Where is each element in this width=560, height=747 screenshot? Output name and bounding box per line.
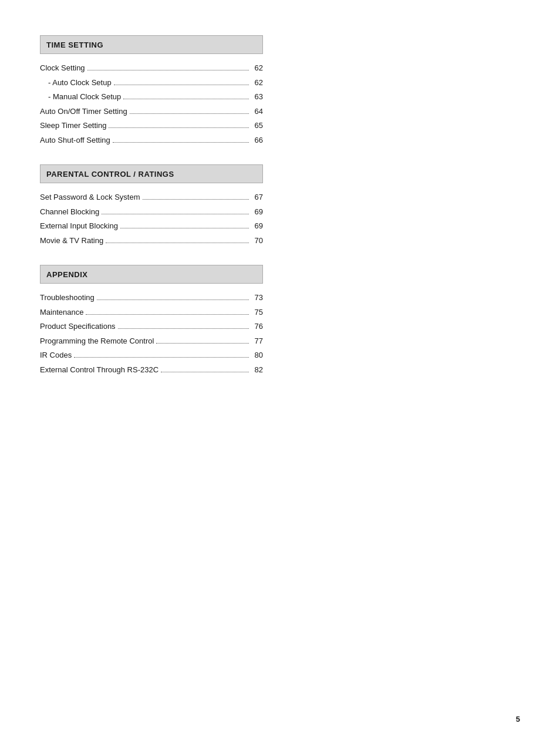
toc-entry: Clock Setting62 <box>40 62 263 74</box>
entry-page: 80 <box>251 349 263 361</box>
entry-dots <box>87 70 249 70</box>
entry-label: Movie & TV Rating <box>40 235 103 247</box>
sections-container: TIME SETTINGClock Setting62- Auto Clock … <box>40 35 520 375</box>
toc-entry: External Control Through RS-232C82 <box>40 364 263 376</box>
entry-label: Sleep Timer Setting <box>40 120 106 132</box>
entry-label: Troubleshooting <box>40 292 95 304</box>
entry-dots <box>102 214 249 214</box>
entry-label: IR Codes <box>40 349 72 361</box>
toc-entry: Troubleshooting73 <box>40 292 263 304</box>
toc-entry: Auto Shut-off Setting66 <box>40 134 263 146</box>
entry-page: 62 <box>251 62 263 74</box>
entry-page: 65 <box>251 120 263 132</box>
entry-dots <box>143 199 249 200</box>
section-header-time-setting: TIME SETTING <box>40 35 263 54</box>
entry-dots <box>86 314 249 315</box>
entry-label: Channel Blocking <box>40 206 99 218</box>
entry-page: 70 <box>251 235 263 247</box>
section-header-appendix: APPENDIX <box>40 265 263 284</box>
entry-dots <box>106 243 249 243</box>
page-number: 5 <box>516 715 520 724</box>
toc-entry: - Auto Clock Setup62 <box>40 77 263 89</box>
entry-dots <box>120 228 249 228</box>
entry-label: Set Password & Lock System <box>40 191 140 203</box>
entry-dots <box>113 142 249 143</box>
toc-entry: - Manual Clock Setup63 <box>40 91 263 103</box>
entry-page: 63 <box>251 91 263 103</box>
entry-dots <box>123 99 249 99</box>
entry-dots <box>109 127 249 128</box>
entry-page: 76 <box>251 321 263 332</box>
toc-entry: Product Specifications76 <box>40 321 263 332</box>
toc-entry: IR Codes80 <box>40 349 263 361</box>
entry-page: 73 <box>251 292 263 304</box>
entry-label: Maintenance <box>40 307 83 318</box>
entry-label: - Manual Clock Setup <box>40 91 121 103</box>
entry-dots <box>118 328 249 329</box>
entry-page: 62 <box>251 77 263 89</box>
entry-page: 69 <box>251 220 263 232</box>
toc-entry: Movie & TV Rating70 <box>40 235 263 247</box>
section-time-setting: TIME SETTINGClock Setting62- Auto Clock … <box>40 35 263 146</box>
entry-page: 82 <box>251 364 263 376</box>
entry-dots <box>156 343 249 344</box>
toc-entry: External Input Blocking69 <box>40 220 263 232</box>
toc-entry: Programming the Remote Control77 <box>40 335 263 347</box>
toc-entry: Maintenance75 <box>40 307 263 318</box>
entry-label: Auto On/Off Timer Setting <box>40 106 127 117</box>
entry-label: External Control Through RS-232C <box>40 364 158 376</box>
entry-page: 66 <box>251 134 263 146</box>
toc-entry: Set Password & Lock System67 <box>40 191 263 203</box>
section-appendix: APPENDIXTroubleshooting73Maintenance75Pr… <box>40 265 263 375</box>
toc-entry: Auto On/Off Timer Setting64 <box>40 106 263 117</box>
entry-page: 64 <box>251 106 263 117</box>
entry-label: Programming the Remote Control <box>40 335 154 347</box>
entry-page: 75 <box>251 307 263 318</box>
section-title-parental-control: PARENTAL CONTROL / RATINGS <box>46 170 174 179</box>
entry-dots <box>130 113 249 114</box>
entry-page: 67 <box>251 191 263 203</box>
entry-dots <box>114 85 249 85</box>
entry-label: Clock Setting <box>40 62 85 74</box>
toc-entry: Sleep Timer Setting65 <box>40 120 263 132</box>
section-title-time-setting: TIME SETTING <box>46 41 103 49</box>
entry-dots <box>97 300 249 300</box>
section-header-parental-control: PARENTAL CONTROL / RATINGS <box>40 164 263 183</box>
section-title-appendix: APPENDIX <box>46 270 87 279</box>
page-container: TIME SETTINGClock Setting62- Auto Clock … <box>0 0 560 747</box>
entry-page: 77 <box>251 335 263 347</box>
entry-page: 69 <box>251 206 263 218</box>
section-parental-control: PARENTAL CONTROL / RATINGSSet Password &… <box>40 164 263 246</box>
entry-label: Product Specifications <box>40 321 116 332</box>
entry-label: - Auto Clock Setup <box>40 77 112 89</box>
toc-entry: Channel Blocking69 <box>40 206 263 218</box>
entry-dots <box>161 372 249 372</box>
entry-label: External Input Blocking <box>40 220 118 232</box>
entry-label: Auto Shut-off Setting <box>40 134 110 146</box>
entry-dots <box>74 357 249 358</box>
